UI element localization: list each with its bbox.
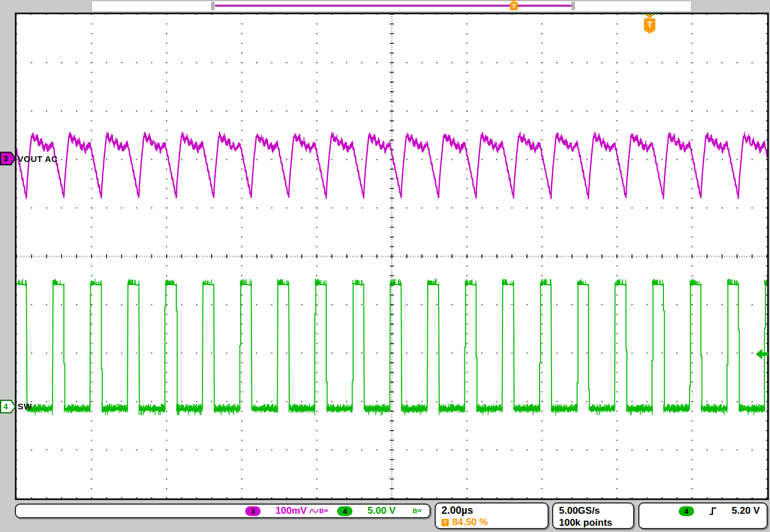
window-range-line[interactable]: [215, 5, 572, 7]
ch3-marker-number: 3: [0, 153, 11, 164]
ch4-ground-marker[interactable]: 4: [0, 400, 16, 413]
oscilloscope-screen: T 3 VOUT AC 4 SW T 3 100mV BW 4: [0, 0, 770, 532]
trigger-position-marker-topbar[interactable]: T: [509, 0, 518, 11]
ch3-waveform-label: VOUT AC: [18, 154, 58, 164]
trigger-t-icon: T: [510, 2, 518, 10]
ch3-ground-marker[interactable]: 3: [0, 152, 16, 165]
ch3-bandwidth-icon: BW: [319, 507, 329, 514]
ch4-waveform-label: SW: [18, 401, 32, 411]
ch4-bandwidth-icon: BW: [412, 507, 422, 514]
trigger-caret-icon: [645, 15, 654, 18]
acquisition-readout-box: 5.00GS/s 100k points: [552, 502, 634, 529]
ac-coupling-icon: [309, 507, 319, 515]
ch3-badge[interactable]: 3: [245, 506, 261, 516]
timebase-readout-box: 2.00µs T 84.50 %: [435, 502, 549, 529]
ch4-badge[interactable]: 4: [337, 506, 352, 516]
trigger-t-flag-icon: T: [644, 18, 655, 34]
sample-rate-value[interactable]: 5.00GS/s: [559, 505, 627, 517]
ch3-scale-readout[interactable]: 100mV: [275, 505, 307, 517]
channel-readout-box: 3 100mV BW 4 5.00 V BW: [15, 503, 431, 518]
waveform-canvas: [17, 14, 767, 498]
graticule: [15, 13, 769, 500]
ch4-marker-number: 4: [0, 401, 11, 412]
window-right-bracket[interactable]: [572, 2, 575, 10]
timebase-value[interactable]: 2.00µs: [441, 505, 542, 517]
ch4-scale-readout[interactable]: 5.00 V: [367, 505, 395, 517]
trigger-t-icon: T: [441, 519, 449, 526]
trigger-position-flag[interactable]: T: [642, 13, 657, 34]
window-left-bracket[interactable]: [211, 2, 214, 10]
rising-slope-icon: [709, 506, 717, 516]
record-length-value[interactable]: 100k points: [559, 517, 627, 529]
trigger-readout-box: 4 5.20 V: [638, 502, 768, 529]
trigger-level-value[interactable]: 5.20 V: [732, 505, 760, 517]
trigger-source-badge[interactable]: 4: [679, 506, 694, 516]
trigger-position-value[interactable]: 84.50 %: [452, 517, 488, 528]
